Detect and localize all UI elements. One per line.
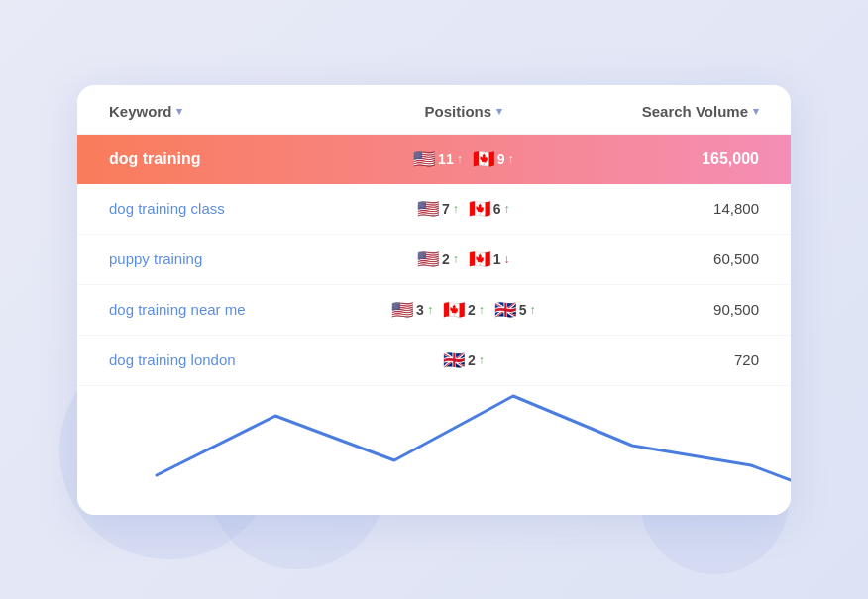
arrow-up-icon: ↑ bbox=[504, 202, 510, 216]
position-item: 🇨🇦6↑ bbox=[469, 200, 510, 218]
position-number: 3 bbox=[416, 302, 424, 318]
keyword-cell: dog training london bbox=[109, 351, 346, 368]
keyword-cell: dog training class bbox=[109, 200, 346, 217]
position-number: 2 bbox=[442, 251, 450, 267]
table-row[interactable]: puppy training🇺🇸2↑🇨🇦1↓60,500 bbox=[77, 235, 791, 285]
table-header: Keyword ▾ Positions ▾ Search Volume ▾ bbox=[77, 85, 791, 135]
position-number: 1 bbox=[493, 251, 501, 267]
chart-area bbox=[77, 386, 791, 515]
arrow-up-icon: ↑ bbox=[479, 303, 485, 317]
position-item: 🇬🇧2↑ bbox=[443, 351, 485, 369]
keyword-cell: dog training near me bbox=[109, 301, 346, 318]
volume-header[interactable]: Search Volume ▾ bbox=[582, 103, 759, 120]
volume-cell: 165,000 bbox=[582, 150, 759, 168]
volume-cell: 60,500 bbox=[582, 250, 759, 267]
positions-header[interactable]: Positions ▾ bbox=[346, 103, 583, 120]
position-item: 🇨🇦9↑ bbox=[473, 150, 514, 168]
position-number: 6 bbox=[493, 201, 501, 217]
flag-icon: 🇨🇦 bbox=[473, 150, 494, 168]
position-item: 🇨🇦2↑ bbox=[443, 301, 485, 319]
arrow-up-icon: ↑ bbox=[479, 353, 485, 367]
positions-sort-icon: ▾ bbox=[496, 105, 502, 118]
arrow-up-icon: ↑ bbox=[453, 202, 459, 216]
positions-cell: 🇺🇸7↑🇨🇦6↑ bbox=[346, 200, 583, 218]
main-card: Keyword ▾ Positions ▾ Search Volume ▾ do… bbox=[77, 85, 791, 515]
table-row[interactable]: dog training🇺🇸11↑🇨🇦9↑165,000 bbox=[77, 135, 791, 184]
flag-icon: 🇨🇦 bbox=[443, 301, 465, 319]
arrow-up-icon: ↑ bbox=[453, 252, 459, 266]
keyword-header[interactable]: Keyword ▾ bbox=[109, 103, 346, 120]
flag-icon: 🇺🇸 bbox=[413, 150, 435, 168]
keyword-cell: dog training bbox=[109, 150, 346, 168]
flag-icon: 🇬🇧 bbox=[494, 301, 516, 319]
flag-icon: 🇨🇦 bbox=[469, 250, 490, 268]
flag-icon: 🇺🇸 bbox=[391, 301, 413, 319]
position-item: 🇺🇸7↑ bbox=[417, 200, 459, 218]
table-row[interactable]: dog training london🇬🇧2↑720 bbox=[77, 336, 791, 386]
position-item: 🇨🇦1↓ bbox=[469, 250, 510, 268]
positions-cell: 🇺🇸3↑🇨🇦2↑🇬🇧5↑ bbox=[346, 301, 583, 319]
positions-cell: 🇺🇸11↑🇨🇦9↑ bbox=[346, 150, 583, 168]
flag-icon: 🇺🇸 bbox=[417, 200, 439, 218]
table-row[interactable]: dog training class🇺🇸7↑🇨🇦6↑14,800 bbox=[77, 184, 791, 235]
positions-cell: 🇬🇧2↑ bbox=[346, 351, 583, 369]
table-row[interactable]: dog training near me🇺🇸3↑🇨🇦2↑🇬🇧5↑90,500 bbox=[77, 285, 791, 336]
arrow-up-icon: ↑ bbox=[507, 152, 513, 166]
position-item: 🇺🇸3↑ bbox=[391, 301, 433, 319]
position-number: 11 bbox=[438, 151, 454, 167]
position-number: 9 bbox=[497, 151, 505, 167]
position-number: 7 bbox=[442, 201, 450, 217]
position-number: 2 bbox=[468, 352, 476, 368]
position-item: 🇬🇧5↑ bbox=[494, 301, 536, 319]
positions-cell: 🇺🇸2↑🇨🇦1↓ bbox=[346, 250, 583, 268]
position-number: 5 bbox=[519, 302, 527, 318]
table-body: dog training🇺🇸11↑🇨🇦9↑165,000dog training… bbox=[77, 135, 791, 386]
volume-cell: 720 bbox=[582, 351, 759, 368]
position-item: 🇺🇸2↑ bbox=[417, 250, 459, 268]
arrow-down-icon: ↓ bbox=[504, 252, 510, 266]
keyword-sort-icon: ▾ bbox=[176, 105, 182, 118]
arrow-up-icon: ↑ bbox=[457, 152, 463, 166]
arrow-up-icon: ↑ bbox=[427, 303, 433, 317]
position-item: 🇺🇸11↑ bbox=[413, 150, 463, 168]
position-number: 2 bbox=[468, 302, 476, 318]
arrow-up-icon: ↑ bbox=[530, 303, 536, 317]
volume-cell: 90,500 bbox=[582, 301, 759, 318]
volume-sort-icon: ▾ bbox=[753, 105, 759, 118]
trend-chart bbox=[77, 386, 791, 515]
volume-cell: 14,800 bbox=[582, 200, 759, 217]
flag-icon: 🇬🇧 bbox=[443, 351, 465, 369]
flag-icon: 🇺🇸 bbox=[417, 250, 439, 268]
flag-icon: 🇨🇦 bbox=[469, 200, 490, 218]
keyword-cell: puppy training bbox=[109, 250, 346, 267]
